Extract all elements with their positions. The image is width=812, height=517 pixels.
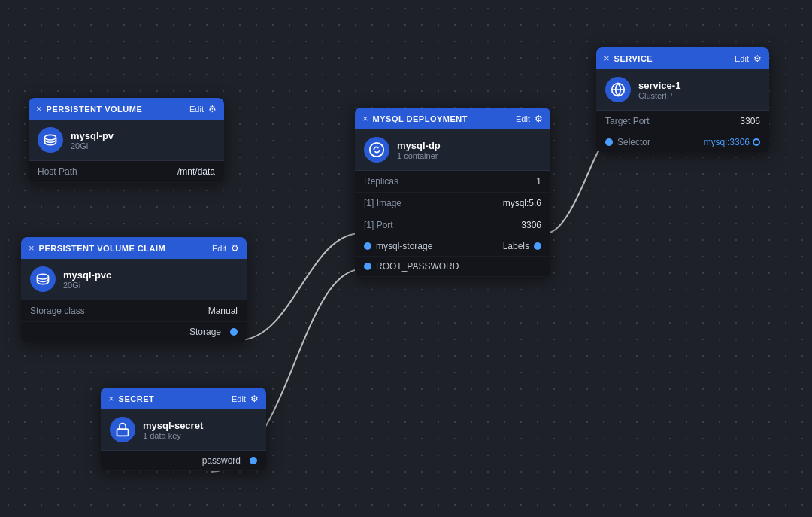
deployment-close-button[interactable]: × <box>362 113 368 124</box>
secret-title: SECRET <box>119 394 227 403</box>
service-edit-button[interactable]: Edit <box>735 54 749 63</box>
svg-point-0 <box>45 135 56 140</box>
service-name-group: service-1 ClusterIP <box>638 80 680 100</box>
pv-hostpath-label: Host Path <box>38 166 77 177</box>
deployment-edit-button[interactable]: Edit <box>516 114 530 123</box>
deployment-sub: 1 container <box>397 151 441 160</box>
pvc-name-group: mysql-pvc 20Gi <box>63 269 111 290</box>
pvc-storage-label: Storage <box>189 327 221 337</box>
secret-sub: 1 data key <box>143 431 203 440</box>
service-node: × SERVICE Edit ⚙ service-1 ClusterIP Tar… <box>596 47 769 152</box>
deployment-name-group: mysql-dp 1 container <box>397 140 441 160</box>
deployment-icon <box>364 137 389 163</box>
deployment-password-dot <box>364 263 371 270</box>
secret-name-group: mysql-secret 1 data key <box>143 420 203 440</box>
deployment-image-row: [1] Image mysql:5.6 <box>355 193 550 214</box>
deployment-labels-text: Labels <box>503 241 529 251</box>
pv-hostpath-value: /mnt/data <box>177 166 215 177</box>
deployment-body: Replicas 1 [1] Image mysql:5.6 [1] Port … <box>355 171 550 277</box>
secret-password-dot <box>250 457 257 464</box>
deployment-replicas-value: 1 <box>536 176 541 187</box>
service-targetport-value: 3306 <box>740 116 760 126</box>
pvc-body: Storage class Manual Storage <box>21 300 247 342</box>
service-selector-left-dot <box>605 138 613 146</box>
service-targetport-label: Target Port <box>605 116 650 126</box>
secret-body: password <box>101 451 266 471</box>
service-selector-label: Selector <box>617 137 650 147</box>
pv-hostpath-row: Host Path /mnt/data <box>29 161 224 183</box>
svg-rect-2 <box>117 429 129 436</box>
service-selector-row: Selector mysql:3306 <box>596 132 769 152</box>
pv-name: mysql-pv <box>71 130 114 141</box>
pvc-storage-dot <box>230 328 238 336</box>
secret-edit-button[interactable]: Edit <box>232 394 246 403</box>
deployment-gear-icon[interactable]: ⚙ <box>535 114 543 124</box>
deployment-image-label: [1] Image <box>364 198 401 208</box>
pvc-title: PERSISTENT VOLUME CLAIM <box>39 244 208 253</box>
deployment-replicas-row: Replicas 1 <box>355 171 550 193</box>
secret-gear-icon[interactable]: ⚙ <box>250 394 259 404</box>
pv-identity: mysql-pv 20Gi <box>29 120 224 161</box>
deployment-replicas-label: Replicas <box>364 176 398 187</box>
service-icon <box>605 77 631 102</box>
deployment-storage-label: mysql-storage <box>376 241 432 251</box>
pv-name-group: mysql-pv 20Gi <box>71 130 114 151</box>
service-sub: ClusterIP <box>638 91 680 100</box>
secret-password-connector: password <box>101 451 266 471</box>
persistent-volume-claim-node: × PERSISTENT VOLUME CLAIM Edit ⚙ mysql-p… <box>21 237 247 342</box>
service-close-button[interactable]: × <box>604 53 610 64</box>
deployment-title: MYSQL DEPLOYMENT <box>373 114 511 123</box>
pvc-edit-button[interactable]: Edit <box>212 244 226 253</box>
pvc-storageclass-row: Storage class Manual <box>21 300 247 322</box>
persistent-volume-header: × PERSISTENT VOLUME Edit ⚙ <box>29 98 224 120</box>
service-identity: service-1 ClusterIP <box>596 69 769 111</box>
secret-close-button[interactable]: × <box>108 393 114 404</box>
service-gear-icon[interactable]: ⚙ <box>753 53 762 64</box>
secret-header: × SECRET Edit ⚙ <box>101 388 266 409</box>
mysql-deployment-node: × MYSQL DEPLOYMENT Edit ⚙ mysql-dp 1 con… <box>355 108 550 277</box>
service-targetport-row: Target Port 3306 <box>596 111 769 132</box>
deployment-port-value: 3306 <box>521 220 541 230</box>
pvc-storageclass-label: Storage class <box>30 306 85 316</box>
pvc-storage-connector: Storage <box>21 322 247 342</box>
pvc-close-button[interactable]: × <box>29 242 35 254</box>
pvc-gear-icon[interactable]: ⚙ <box>231 243 239 254</box>
deployment-storage-connector-row: mysql-storage Labels <box>355 236 550 257</box>
pvc-icon <box>30 266 56 292</box>
service-selector-right-dot <box>753 138 760 146</box>
pv-gear-icon[interactable]: ⚙ <box>208 104 217 114</box>
pvc-name: mysql-pvc <box>63 269 111 281</box>
secret-identity: mysql-secret 1 data key <box>101 409 266 451</box>
secret-node: × SECRET Edit ⚙ mysql-secret 1 data key … <box>101 388 266 471</box>
pvc-storageclass-value: Manual <box>208 306 238 316</box>
deployment-name: mysql-dp <box>397 140 441 151</box>
deployment-port-row: [1] Port 3306 <box>355 214 550 236</box>
pvc-header: × PERSISTENT VOLUME CLAIM Edit ⚙ <box>21 237 247 259</box>
service-title: SERVICE <box>614 54 730 63</box>
deployment-password-connector: ROOT_PASSWORD <box>355 257 550 277</box>
deployment-password-label: ROOT_PASSWORD <box>376 261 459 272</box>
secret-password-label: password <box>202 455 241 466</box>
service-selector-value-group: mysql:3306 <box>704 137 760 147</box>
pv-icon <box>38 127 63 153</box>
deployment-storage-left-dot <box>364 242 371 250</box>
pv-title: PERSISTENT VOLUME <box>47 105 185 114</box>
service-name: service-1 <box>638 80 680 91</box>
pvc-sub: 20Gi <box>63 281 111 290</box>
service-body: Target Port 3306 Selector mysql:3306 <box>596 111 769 152</box>
deployment-image-value: mysql:5.6 <box>503 198 541 208</box>
pv-body: Host Path /mnt/data <box>29 161 224 183</box>
pv-edit-button[interactable]: Edit <box>189 105 204 114</box>
pv-sub: 20Gi <box>71 141 114 151</box>
deployment-header: × MYSQL DEPLOYMENT Edit ⚙ <box>355 108 550 129</box>
svg-point-1 <box>38 274 49 279</box>
deployment-labels-dot <box>534 242 541 250</box>
deployment-port-label: [1] Port <box>364 220 393 230</box>
secret-icon <box>110 417 135 442</box>
service-selector-value: mysql:3306 <box>704 137 750 147</box>
pvc-identity: mysql-pvc 20Gi <box>21 259 247 300</box>
pv-close-button[interactable]: × <box>36 103 42 114</box>
persistent-volume-node: × PERSISTENT VOLUME Edit ⚙ mysql-pv 20Gi… <box>29 98 224 183</box>
service-header: × SERVICE Edit ⚙ <box>596 47 769 69</box>
deployment-identity: mysql-dp 1 container <box>355 129 550 171</box>
